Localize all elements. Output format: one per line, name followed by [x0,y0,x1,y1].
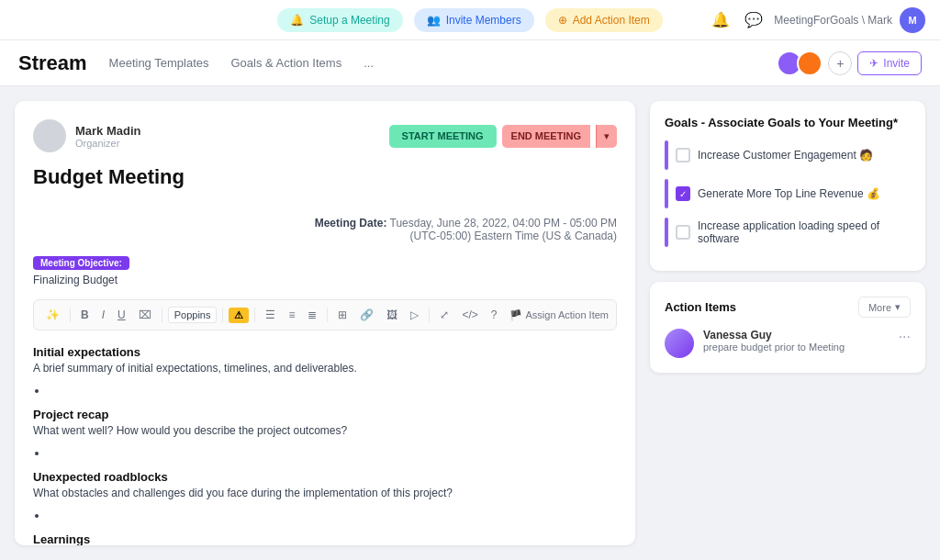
action-item-0: Vanessa Guy prepare budget prior to Meet… [665,329,911,358]
section-0-title: Initial expectations [33,345,617,359]
toolbar-code[interactable]: </> [457,306,482,324]
add-action-item-button[interactable]: ⊕ Add Action Item [545,8,663,32]
section-2: Unexpected roadblocks What obstacles and… [33,470,617,521]
section-1-bullet [48,446,617,459]
end-meeting-caret[interactable]: ▾ [596,125,617,148]
goal-item-2: Increase application loading speed of so… [665,218,911,247]
goal-bar-1 [665,179,668,208]
section-2-desc: What obstacles and challenges did you fa… [33,487,617,499]
toolbar-magic-icon[interactable]: ✨ [41,306,64,324]
person-add-icon: 👥 [427,14,441,27]
flag-icon: 🏴 [509,309,522,321]
date-value: Tuesday, June 28, 2022, 04:00 PM - 05:00… [390,217,617,230]
toolbar-link[interactable]: 🔗 [355,306,378,324]
main-layout: Mark Madin Organizer START MEETING END M… [0,86,940,560]
goal-checkbox-2[interactable] [676,225,690,240]
timezone: (UTC-05:00) Eastern Time (US & Canada) [410,230,617,242]
more-button[interactable]: More ▾ [858,297,911,318]
toolbar-font: Poppins [168,307,218,323]
objective-badge: Meeting Objective: [33,256,129,270]
action-items-card: Action Items More ▾ Vanessa Guy prepare … [650,282,925,373]
toolbar-strikethrough[interactable]: ⌧ [134,306,156,324]
date-label: Meeting Date: [315,217,387,230]
tab-more-options[interactable]: ... [364,52,374,73]
send-icon: ✈ [869,57,878,70]
organizer-name: Mark Madin [75,124,141,138]
toolbar-table[interactable]: ⊞ [333,306,352,324]
action-items-header: Action Items More ▾ [665,297,911,318]
top-nav: 🔔 Setup a Meeting 👥 Invite Members ⊕ Add… [0,0,940,40]
goal-text-2: Increase application loading speed of so… [698,219,911,245]
content-sections: Initial expectations A brief summary of … [33,345,617,545]
goal-text-0: Increase Customer Engagement 🧑 [698,149,873,162]
right-panel: Goals - Associate Goals to Your Meeting*… [650,101,925,545]
section-0: Initial expectations A brief summary of … [33,345,617,397]
organizer-role: Organizer [75,138,141,149]
goal-checkbox-1[interactable]: ✓ [676,186,690,201]
meeting-actions: START MEETING END MEETING ▾ [389,125,617,148]
notification-icon-button[interactable]: 🔔 [708,7,733,32]
toolbar-help[interactable]: ? [487,306,502,324]
tab-goals-action-items[interactable]: Goals & Action Items [230,52,341,73]
goal-item-1: ✓ Generate More Top Line Revenue 💰 [665,179,911,208]
member-avatars [782,50,822,76]
goal-bar-2 [665,218,668,247]
toolbar-align[interactable]: ≣ [303,306,321,324]
start-meeting-button[interactable]: START MEETING [389,125,497,148]
section-1-title: Project recap [33,408,617,421]
invite-button[interactable]: ✈ Invite [857,51,922,75]
add-member-button[interactable]: + [828,51,852,75]
toolbar-bullet-list[interactable]: ☰ [261,306,280,324]
toolbar-media[interactable]: ▷ [406,306,423,324]
section-3-title: Learnings [33,532,617,545]
checkmark-icon: ✓ [679,189,687,199]
end-meeting-button[interactable]: END MEETING [502,125,590,148]
toolbar-divider-3 [222,308,223,322]
toolbar-numbered-list[interactable]: ≡ [284,306,299,324]
toolbar-expand[interactable]: ⤢ [435,306,453,324]
section-3: Learnings What did these roadblocks teac… [33,532,617,545]
toolbar-divider-4 [254,308,255,322]
toolbar-underline[interactable]: U [113,306,130,324]
goal-text-1: Generate More Top Line Revenue 💰 [698,187,880,200]
section-2-title: Unexpected roadblocks [33,470,617,484]
bell-icon: 🔔 [290,14,304,27]
list-item [48,384,617,397]
member-avatar-2 [797,50,822,76]
section-0-bullet [48,384,617,397]
toolbar-divider-2 [162,308,162,322]
sub-nav-right: + ✈ Invite [782,50,922,76]
toolbar-divider-1 [70,308,71,322]
chat-icon-button[interactable]: 💬 [741,7,767,32]
action-items-title: Action Items [665,300,736,314]
toolbar-image[interactable]: 🖼 [382,306,402,324]
invite-members-button[interactable]: 👥 Invite Members [414,8,534,32]
circle-plus-icon: ⊕ [558,14,567,27]
editor-toolbar: ✨ B I U ⌧ Poppins ⚠ ☰ ≡ ≣ ⊞ 🔗 🖼 ▷ ⤢ </> … [33,299,617,330]
left-panel: Mark Madin Organizer START MEETING END M… [15,101,635,545]
toolbar-italic[interactable]: I [97,306,109,324]
sub-nav: Stream Meeting Templates Goals & Action … [0,40,940,86]
assign-action-item-button[interactable]: 🏴 Assign Action Item [509,309,610,321]
action-more-icon[interactable]: ··· [899,329,911,345]
goal-checkbox-0[interactable] [676,148,690,162]
toolbar-divider-5 [327,308,328,322]
organizer-info: Mark Madin Organizer [33,119,141,152]
goal-item-0: Increase Customer Engagement 🧑 [665,140,911,170]
organizer-avatar [33,119,66,152]
list-item [48,446,617,459]
toolbar-warning: ⚠ [229,308,249,323]
setup-meeting-button[interactable]: 🔔 Setup a Meeting [277,8,402,32]
goals-title: Goals - Associate Goals to Your Meeting* [665,116,911,129]
user-avatar[interactable]: M [900,7,925,33]
toolbar-divider-6 [429,308,430,322]
top-nav-right: 🔔 💬 MeetingForGoals \ Mark M [708,7,925,33]
action-person-0: Vanessa Guy [703,329,845,342]
meeting-title: Budget Meeting [33,165,617,189]
tab-meeting-templates[interactable]: Meeting Templates [109,52,209,73]
section-1-desc: What went well? How would you describe t… [33,424,617,437]
section-2-bullet [48,509,617,521]
toolbar-bold[interactable]: B [76,306,94,324]
section-1: Project recap What went well? How would … [33,408,617,459]
breadcrumb: MeetingForGoals \ Mark [774,14,892,27]
